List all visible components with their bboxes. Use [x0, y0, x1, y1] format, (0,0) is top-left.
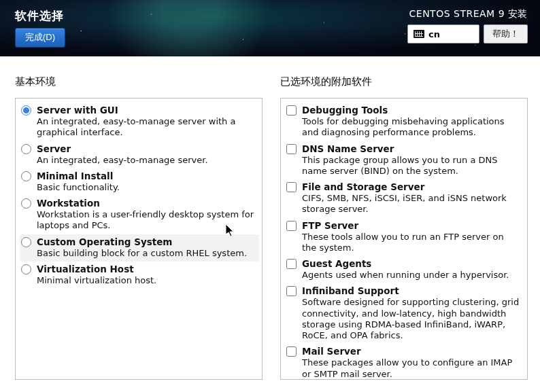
content-area: 基本环境 Server with GUIAn integrated, easy-…	[0, 56, 540, 392]
addon-label: DNS Name Server	[302, 143, 520, 154]
addon-option[interactable]: DNS Name ServerThis package group allows…	[285, 141, 524, 180]
addon-label: Infiniband Support	[302, 285, 520, 296]
help-button[interactable]: 帮助！	[484, 24, 528, 43]
addon-checkbox[interactable]	[286, 105, 297, 115]
base-environment-title: 基本环境	[15, 75, 263, 88]
env-desc: An integrated, easy-to-manage server.	[37, 155, 255, 166]
env-radio[interactable]	[21, 264, 31, 274]
env-desc: Workstation is a user-friendly desktop s…	[37, 209, 255, 232]
addon-checkbox[interactable]	[286, 346, 297, 357]
keyboard-layout-selector[interactable]: cn	[407, 24, 479, 43]
addon-option[interactable]: Infiniband SupportSoftware designed for …	[285, 283, 524, 344]
env-radio[interactable]	[21, 237, 31, 247]
addon-desc: Tools for debugging misbehaving applicat…	[302, 116, 520, 139]
addon-label: Debugging Tools	[302, 105, 520, 115]
env-label: Server	[37, 143, 255, 154]
base-environment-list[interactable]: Server with GUIAn integrated, easy-to-ma…	[15, 98, 263, 380]
addon-option[interactable]: File and Storage ServerCIFS, SMB, NFS, i…	[285, 179, 524, 218]
env-label: Minimal Install	[37, 171, 255, 181]
env-option[interactable]: ServerAn integrated, easy-to-manage serv…	[20, 141, 259, 168]
addon-desc: This package group allows you to run a D…	[302, 155, 520, 177]
addon-label: FTP Server	[302, 220, 520, 231]
addon-desc: Agents used when running under a hypervi…	[302, 270, 520, 281]
env-label: Server with GUI	[37, 105, 255, 115]
base-environment-column: 基本环境 Server with GUIAn integrated, easy-…	[15, 75, 263, 392]
addons-list[interactable]: Debugging ToolsTools for debugging misbe…	[280, 98, 528, 380]
env-label: Workstation	[37, 198, 255, 209]
env-option[interactable]: WorkstationWorkstation is a user-friendl…	[20, 196, 259, 234]
addons-column: 已选环境的附加软件 Debugging ToolsTools for debug…	[280, 75, 528, 392]
addon-option[interactable]: Debugging ToolsTools for debugging misbe…	[285, 103, 524, 141]
env-option[interactable]: Minimal InstallBasic functionality.	[20, 168, 259, 196]
done-button[interactable]: 完成(D)	[15, 28, 65, 48]
env-desc: Basic building block for a custom RHEL s…	[37, 248, 255, 259]
addon-desc: These packages allow you to configure an…	[302, 357, 520, 380]
addon-label: File and Storage Server	[302, 181, 520, 192]
addon-checkbox[interactable]	[286, 182, 297, 192]
env-radio[interactable]	[21, 171, 31, 181]
env-radio[interactable]	[21, 144, 31, 154]
keyboard-layout-code: cn	[428, 29, 440, 39]
addon-desc: These tools allow you to run an FTP serv…	[302, 232, 520, 254]
env-desc: Basic functionality.	[37, 182, 255, 193]
addon-desc: Software designed for supporting cluster…	[302, 297, 520, 341]
installer-title: CENTOS STREAM 9 安装	[407, 8, 528, 20]
addon-checkbox[interactable]	[286, 221, 297, 231]
addons-title: 已选环境的附加软件	[280, 75, 528, 88]
page-title: 软件选择	[15, 8, 65, 24]
env-option[interactable]: Server with GUIAn integrated, easy-to-ma…	[20, 103, 259, 141]
env-option[interactable]: Custom Operating SystemBasic building bl…	[20, 234, 259, 262]
addon-label: Mail Server	[302, 346, 520, 357]
env-label: Virtualization Host	[37, 264, 255, 274]
env-desc: Minimal virtualization host.	[37, 275, 255, 286]
addon-checkbox[interactable]	[286, 144, 297, 154]
addon-option[interactable]: Guest AgentsAgents used when running und…	[285, 256, 524, 283]
addon-checkbox[interactable]	[286, 259, 297, 269]
env-label: Custom Operating System	[37, 236, 255, 247]
addon-desc: CIFS, SMB, NFS, iSCSI, iSER, and iSNS ne…	[302, 193, 520, 215]
keyboard-icon	[414, 30, 424, 38]
addon-label: Guest Agents	[302, 258, 520, 269]
addon-option[interactable]: FTP ServerThese tools allow you to run a…	[285, 218, 524, 257]
env-option[interactable]: Virtualization HostMinimal virtualizatio…	[20, 262, 259, 289]
addon-checkbox[interactable]	[286, 286, 297, 296]
env-desc: An integrated, easy-to-manage server wit…	[37, 116, 255, 139]
env-radio[interactable]	[21, 198, 31, 209]
addon-option[interactable]: Mail ServerThese packages allow you to c…	[285, 344, 524, 380]
header-bar: 软件选择 完成(D) CENTOS STREAM 9 安装 cn 帮助！	[0, 0, 540, 56]
env-radio[interactable]	[21, 105, 31, 115]
